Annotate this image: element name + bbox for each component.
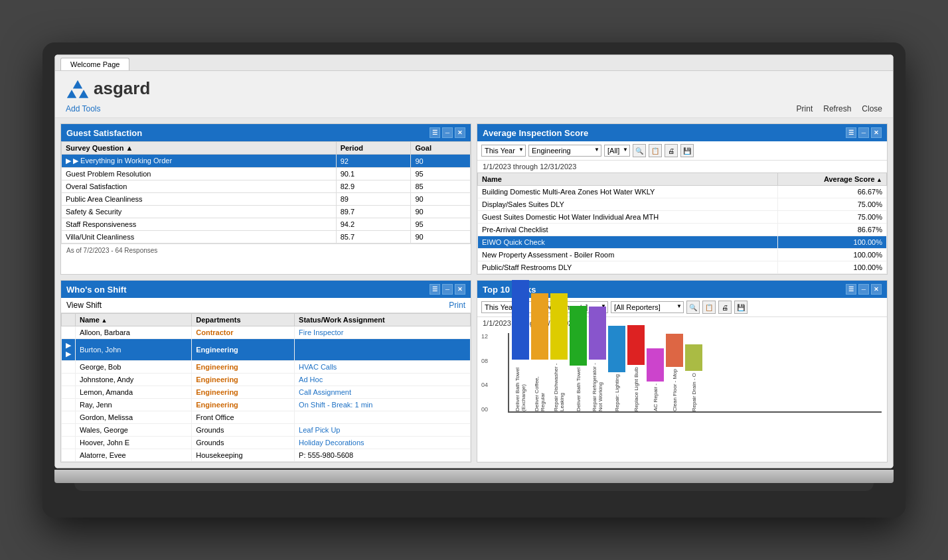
gs-close-btn[interactable]: ✕ — [455, 127, 465, 138]
ai-table-row[interactable]: Guest Suites Domestic Hot Water Individu… — [478, 211, 887, 224]
wos-cell-name: Wales, George — [76, 424, 192, 437]
wos-table-row[interactable]: ▶ Burton, John Engineering — [62, 339, 471, 361]
t10-search-btn[interactable]: 🔍 — [686, 301, 700, 314]
ai-col-score: Average Score — [778, 173, 887, 186]
welcome-tab[interactable]: Welcome Page — [60, 58, 129, 70]
wos-table-row[interactable]: Alloon, Barbara Contractor Fire Inspecto… — [62, 326, 471, 339]
t10-reporter-select[interactable]: [All Reporters] — [611, 301, 684, 313]
y-label-12: 12 — [481, 333, 488, 340]
gs-cell-goal: 85 — [411, 180, 471, 193]
ai-close-btn[interactable]: ✕ — [871, 127, 882, 138]
wos-header: Who's on Shift ☰ ─ ✕ — [61, 281, 471, 298]
ai-table-row[interactable]: New Property Assessment - Boiler Room 10… — [478, 249, 887, 261]
wos-cell-status: Leaf Pick Up — [295, 424, 471, 437]
ai-min-btn[interactable]: ─ — [858, 127, 869, 138]
ai-cell-name: Display/Sales Suites DLY — [478, 198, 778, 211]
ai-save-btn[interactable]: 💾 — [680, 144, 694, 157]
gs-cell-name: Guest Problem Resolution — [62, 168, 337, 180]
guest-satisfaction-panel: Guest Satisfaction ☰ ─ ✕ Survey Question… — [60, 123, 471, 275]
gs-min-btn[interactable]: ─ — [442, 127, 453, 138]
bar-column: Repair Refrigerator - Not Working — [589, 307, 606, 411]
gs-controls: ☰ ─ ✕ — [430, 127, 465, 138]
y-label-4: 04 — [481, 382, 488, 388]
ai-table-row[interactable]: Display/Sales Suites DLY 75.00% — [478, 198, 887, 211]
tab-bar: Welcome Page — [55, 55, 893, 71]
top10-menu-btn[interactable]: ☰ — [846, 284, 856, 295]
wos-table-row[interactable]: Wales, George Grounds Leaf Pick Up — [62, 424, 471, 437]
ai-table-row[interactable]: Public/Staff Restrooms DLY 100.00% — [478, 261, 887, 274]
wos-cell-arrow — [62, 449, 76, 462]
bar-fill — [666, 334, 683, 367]
ai-controls: ☰ ─ ✕ — [846, 127, 882, 138]
t10-reporter-wrap[interactable]: [All Reporters] — [611, 301, 684, 313]
gs-table-row[interactable]: Guest Problem Resolution 90.1 95 — [62, 168, 471, 180]
wos-cell-status: Ad Hoc — [295, 374, 471, 386]
ai-period-select-wrap[interactable]: This YearLast Year — [481, 145, 526, 157]
ai-table-row[interactable]: Building Domestic Multi-Area Zones Hot W… — [478, 186, 887, 198]
gs-table-row[interactable]: Safety & Security 89.7 90 — [62, 206, 471, 218]
gs-menu-btn[interactable]: ☰ — [430, 127, 440, 138]
wos-table-row[interactable]: Hoover, John E Grounds Holiday Decoratio… — [62, 437, 471, 449]
wos-print-btn[interactable]: Print — [449, 301, 465, 310]
gs-cell-period: 92 — [336, 155, 411, 168]
ai-dept-select-wrap[interactable]: Engineering — [528, 145, 601, 157]
y-label-0: 00 — [481, 406, 488, 413]
ai-filter-select-wrap[interactable]: [All] — [604, 145, 630, 157]
gs-cell-period: 82.9 — [336, 180, 411, 193]
ai-menu-btn[interactable]: ☰ — [846, 127, 856, 138]
wos-controls: ☰ ─ ✕ — [430, 284, 465, 295]
gs-table-row[interactable]: Staff Responsiveness 94.2 95 — [62, 218, 471, 231]
t10-save-btn[interactable]: 💾 — [734, 301, 748, 314]
ai-export-btn[interactable]: 📋 — [649, 144, 662, 157]
bar-label: Replace Light Bulb — [633, 367, 639, 411]
laptop-bottom — [74, 483, 874, 491]
ai-dept-select[interactable]: Engineering — [528, 145, 601, 157]
bar-column: Repair: Lighting — [608, 326, 625, 411]
wos-close-btn[interactable]: ✕ — [455, 284, 465, 295]
wos-table-row[interactable]: Johnstone, Andy Engineering Ad Hoc — [62, 374, 471, 386]
wos-cell-name: Johnstone, Andy — [76, 374, 192, 386]
ai-print-btn[interactable]: 🖨 — [665, 144, 678, 157]
ai-cell-score: 75.00% — [778, 211, 887, 224]
gs-footer: As of 7/2/2023 - 64 Responses — [61, 244, 471, 257]
bar-fill — [550, 293, 568, 360]
gs-cell-period: 94.2 — [336, 218, 411, 231]
wos-table-row[interactable]: Lemon, Amanda Engineering Call Assignmen… — [62, 386, 471, 399]
wos-table-row[interactable]: Alatorre, Evee Housekeeping P: 555-980-5… — [62, 449, 471, 462]
bar-column: AC Repair - — [647, 348, 664, 411]
wos-min-btn[interactable]: ─ — [442, 284, 453, 295]
close-button[interactable]: Close — [862, 104, 882, 113]
t10-export-btn[interactable]: 📋 — [702, 301, 716, 314]
bar-column: Deliver Coffee, Regular — [531, 293, 548, 411]
gs-table-row[interactable]: Overal Satisfaction 82.9 85 — [62, 180, 471, 193]
wos-table-row[interactable]: Ray, Jenn Engineering On Shift - Break: … — [62, 399, 471, 411]
wos-cell-arrow — [62, 424, 76, 437]
svg-marker-1 — [67, 90, 76, 98]
wos-table-row[interactable]: George, Bob Engineering HVAC Calls — [62, 361, 471, 374]
wos-cell-arrow — [62, 399, 76, 411]
gs-table-row[interactable]: ▶ Everything in Working Order 92 90 — [62, 155, 471, 168]
gs-col-survey: Survey Question ▲ — [62, 142, 337, 155]
ai-filter-select[interactable]: [All] — [604, 145, 630, 157]
t10-print-btn[interactable]: 🖨 — [718, 301, 732, 314]
top10-min-btn[interactable]: ─ — [858, 284, 869, 295]
top10-close-btn[interactable]: ✕ — [871, 284, 882, 295]
wos-col-dept: Departments — [192, 314, 295, 326]
refresh-button[interactable]: Refresh — [823, 104, 851, 113]
gs-cell-period: 89.7 — [336, 206, 411, 218]
ai-table-row[interactable]: Pre-Arrival Checklist 86.67% — [478, 224, 887, 236]
wos-menu-btn[interactable]: ☰ — [430, 284, 440, 295]
wos-cell-status: Fire Inspector — [295, 326, 471, 339]
add-tools-link[interactable]: Add Tools — [66, 104, 100, 113]
print-button[interactable]: Print — [797, 104, 813, 113]
ai-period-select[interactable]: This YearLast Year — [481, 145, 526, 157]
gs-cell-name: Safety & Security — [62, 206, 337, 218]
ai-table-row[interactable]: EIWO Quick Check 100.00% — [478, 236, 887, 249]
gs-table-row[interactable]: Villa/Unit Cleanliness 85.7 90 — [62, 231, 471, 244]
wos-table-row[interactable]: Gordon, Melissa Front Office — [62, 411, 471, 424]
ai-search-btn[interactable]: 🔍 — [633, 144, 646, 157]
ai-cell-score: 75.00% — [778, 198, 887, 211]
gs-table-row[interactable]: Public Area Cleanliness 89 90 — [62, 193, 471, 206]
gs-cell-goal: 90 — [411, 231, 471, 244]
wos-cell-arrow — [62, 361, 76, 374]
